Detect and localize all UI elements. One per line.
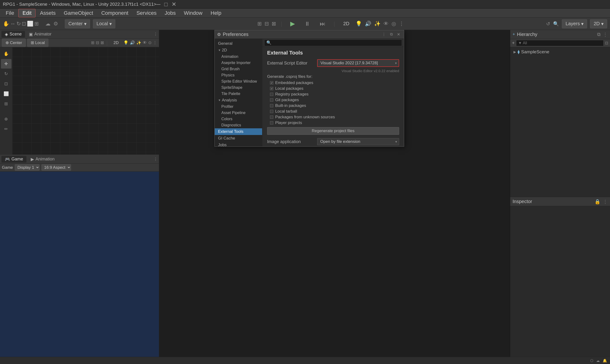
game-tab-more-icon[interactable]: ⋮	[154, 157, 158, 161]
pref-nav-external-tools[interactable]: External Tools	[215, 128, 262, 135]
menu-window[interactable]: Window	[180, 9, 206, 17]
pref-nav-profiler[interactable]: Profiler	[215, 104, 262, 110]
animator-tab[interactable]: ▣ Animator	[26, 31, 55, 38]
script-editor-field[interactable]: Visual Studio 2022 [17.9.34728] ▾	[317, 59, 399, 67]
cb-builtin-box[interactable]	[270, 104, 273, 107]
cb-local-box[interactable]	[270, 87, 273, 90]
scene-more-icon[interactable]: ⋮	[153, 40, 157, 45]
settings-icon[interactable]: ⚙	[53, 21, 58, 27]
pref-win-detach-icon[interactable]: ⧉	[389, 32, 394, 37]
2d-toggle[interactable]: 2D	[340, 20, 353, 28]
custom-tool-icon[interactable]: ⊕	[1, 114, 12, 124]
layout-icon3[interactable]: ⊠	[272, 21, 276, 27]
status-cloud-icon[interactable]: ☁	[596, 359, 600, 363]
scene-orient-icon[interactable]: ⊟	[96, 40, 99, 45]
scene-vis-icon[interactable]: 👁	[383, 21, 389, 27]
pref-nav-aseprite[interactable]: Aseprite Importer	[215, 60, 262, 66]
toolbar-rotate-icon[interactable]: ↻	[16, 21, 21, 27]
cb-git-box[interactable]	[270, 98, 273, 102]
pause-button[interactable]: ⏸	[301, 19, 313, 28]
pref-nav-asset-pipeline[interactable]: Asset Pipeline	[215, 110, 262, 116]
effects-icon[interactable]: ✨	[374, 21, 380, 27]
hierarchy-lock-icon[interactable]: ⧉	[597, 32, 600, 37]
minimize-button[interactable]: ─	[156, 1, 160, 7]
status-notif-icon[interactable]: 🔔	[603, 359, 607, 363]
toolbar-transform-icon[interactable]: ⊞	[34, 21, 39, 27]
hierarchy-add-icon[interactable]: +	[512, 40, 515, 45]
status-collab-icon[interactable]: ⬡	[590, 359, 593, 363]
hand-tool-icon[interactable]: ✋	[1, 49, 12, 59]
pref-nav-analysis[interactable]: ▼ Analysis	[215, 97, 262, 104]
scene-pivot[interactable]: ⊕ Center	[2, 39, 26, 47]
inspector-lock-icon[interactable]: 🔒	[595, 199, 600, 205]
menu-edit[interactable]: Edit	[18, 9, 36, 17]
gizmos-icon[interactable]: ◎	[392, 21, 396, 27]
toolbar-rect-icon[interactable]: ⬜	[27, 21, 33, 27]
close-button[interactable]: ✕	[172, 1, 176, 7]
center-dropdown[interactable]: Center ▾	[65, 19, 90, 28]
rect-tool-icon[interactable]: ⬜	[1, 89, 12, 99]
move-tool-icon[interactable]: ✛	[1, 59, 12, 69]
display-select[interactable]: Display 1	[15, 164, 40, 171]
play-button[interactable]: ▶	[287, 19, 298, 29]
cb-embedded-box[interactable]	[270, 81, 273, 85]
scene-snap-icon[interactable]: ⊠	[101, 40, 104, 45]
pref-win-close-icon[interactable]: ✕	[395, 32, 402, 37]
menu-help[interactable]: Help	[207, 9, 225, 17]
scene-light-icon[interactable]: 💡	[123, 40, 128, 45]
pref-nav-2d[interactable]: ▼ 2D	[215, 47, 262, 53]
hierarchy-sample-scene[interactable]: ▶ ⧫ SampleScene	[512, 49, 609, 55]
edit-tool-icon[interactable]: ✏	[1, 124, 12, 134]
inspector-more-icon[interactable]: ⋮	[603, 199, 608, 205]
more-icon[interactable]: ⋮	[399, 21, 404, 27]
pref-nav-diagnostics[interactable]: Diagnostics	[215, 122, 262, 128]
audio-icon[interactable]: 🔊	[365, 21, 371, 27]
pref-nav-gi-cache[interactable]: GI Cache	[215, 135, 262, 142]
grid-toggle-icon[interactable]: ⊞	[257, 21, 262, 27]
layout-dropdown[interactable]: 2D ▾	[590, 19, 607, 28]
scene-2d-btn[interactable]: 2D	[110, 39, 122, 47]
cloud-icon[interactable]: ☁	[45, 21, 51, 27]
toolbar-grab-icon[interactable]: ✋	[3, 21, 9, 27]
pref-nav-tile-palette[interactable]: Tile Palette	[215, 91, 262, 97]
scene-local[interactable]: ⊞ Local	[27, 39, 48, 47]
rotate-tool-icon[interactable]: ↻	[1, 69, 12, 78]
step-button[interactable]: ⏭	[316, 19, 329, 28]
hierarchy-more-icon[interactable]: ⋮	[603, 32, 608, 37]
scene-gizmo-icon[interactable]: ⊙	[148, 40, 151, 45]
cb-unknown-box[interactable]	[270, 116, 273, 119]
local-dropdown[interactable]: Local ▾	[93, 19, 115, 28]
pref-nav-sprite-editor[interactable]: Sprite Editor Window	[215, 78, 262, 85]
search-toolbar-icon[interactable]: 🔍	[553, 21, 559, 27]
pref-nav-physics[interactable]: Physics	[215, 72, 262, 78]
pref-nav-colors[interactable]: Colors	[215, 116, 262, 122]
light-icon[interactable]: 💡	[355, 21, 362, 27]
pref-nav-spriteshape[interactable]: SpriteShape	[215, 85, 262, 91]
pref-win-menu-icon[interactable]: ⋮	[380, 32, 387, 37]
scale-tool-icon[interactable]: ⊡	[1, 79, 12, 89]
pref-nav-general[interactable]: General	[215, 40, 262, 47]
menu-component[interactable]: Component	[97, 9, 132, 17]
pref-nav-jobs[interactable]: Jobs	[215, 142, 262, 146]
toolbar-translate-icon[interactable]: ↔	[10, 21, 15, 27]
pref-nav-grid-brush[interactable]: Grid Brush	[215, 66, 262, 72]
scene-fx-icon[interactable]: ✨	[136, 40, 141, 45]
layout-icon2[interactable]: ⊟	[264, 21, 269, 27]
maximize-button[interactable]: □	[164, 1, 168, 7]
menu-assets[interactable]: Assets	[36, 9, 59, 17]
layers-dropdown[interactable]: Layers ▾	[562, 19, 587, 28]
pref-search-input[interactable]	[264, 39, 402, 46]
scene-audio-icon[interactable]: 🔊	[130, 40, 135, 45]
collab-icon[interactable]: ↺	[546, 21, 550, 27]
toolbar-scale-icon[interactable]: ⊡	[22, 21, 26, 27]
scene-grid-icon[interactable]: ⊞	[91, 40, 94, 45]
cb-registry-box[interactable]	[270, 93, 273, 96]
hierarchy-search-icon[interactable]: ⊡	[605, 41, 608, 45]
scene-lock-icon[interactable]: ⋮	[154, 32, 158, 36]
cb-player-box[interactable]	[270, 121, 273, 125]
pref-nav-animation[interactable]: Animation	[215, 53, 262, 60]
animation-tab[interactable]: ▶ Animation	[27, 156, 58, 163]
image-app-field[interactable]: Open by file extension ▾	[317, 138, 399, 145]
menu-services[interactable]: Services	[133, 9, 160, 17]
menu-gameobject[interactable]: GameObject	[60, 9, 97, 17]
